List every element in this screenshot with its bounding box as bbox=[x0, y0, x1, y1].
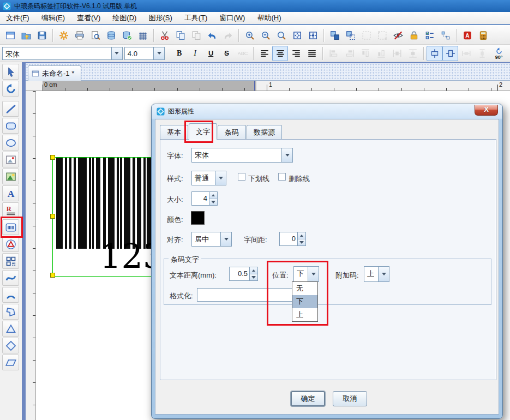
triangle-tool-button[interactable] bbox=[2, 321, 19, 337]
align-right-button[interactable] bbox=[288, 46, 304, 61]
document-tab[interactable]: 未命名-1 * bbox=[28, 65, 81, 81]
text-tool-button[interactable]: A bbox=[2, 185, 19, 201]
print-button[interactable] bbox=[71, 28, 87, 43]
chevron-down-icon[interactable] bbox=[220, 232, 231, 246]
copy-button[interactable] bbox=[172, 28, 188, 43]
picture-tool-button[interactable] bbox=[2, 152, 19, 167]
menu-d[interactable]: 绘图(D) bbox=[106, 11, 142, 25]
dialog-title-bar[interactable]: 图形属性 bbox=[152, 104, 502, 119]
export-pdf-button[interactable]: A bbox=[459, 28, 475, 43]
style-combo[interactable]: 普通 bbox=[191, 171, 226, 185]
print-order-icon bbox=[441, 31, 451, 40]
menu-v[interactable]: 查看(V) bbox=[71, 11, 106, 25]
font-style-i-button[interactable]: I bbox=[187, 46, 203, 61]
curve-tool-button[interactable] bbox=[2, 270, 19, 286]
qrcode-tool-button[interactable] bbox=[2, 253, 19, 269]
selection-handle[interactable] bbox=[50, 214, 55, 219]
database-connect-button[interactable] bbox=[119, 28, 135, 43]
text-distance-spinner[interactable]: 0.5 bbox=[229, 267, 258, 281]
cut-scissors-button[interactable] bbox=[157, 28, 172, 43]
undo-arrow-button[interactable] bbox=[204, 28, 220, 43]
lock-object-button[interactable] bbox=[406, 28, 422, 43]
open-folder-button[interactable] bbox=[18, 28, 34, 43]
dialog-tab-barcode[interactable]: 条码 bbox=[218, 125, 246, 140]
multi-select-list-button[interactable] bbox=[422, 28, 437, 43]
close-button[interactable]: X bbox=[475, 105, 498, 116]
spin-up-icon[interactable] bbox=[250, 267, 257, 274]
chevron-down-icon[interactable] bbox=[378, 267, 389, 281]
settings-gear-button[interactable] bbox=[56, 28, 71, 43]
spacing-spinner[interactable]: 0 bbox=[279, 232, 306, 246]
special-shape-tool-icon bbox=[5, 239, 16, 250]
arc-tool-button[interactable] bbox=[2, 287, 19, 303]
diamond-tool-button[interactable] bbox=[2, 338, 19, 353]
menu-s[interactable]: 图形(S) bbox=[142, 11, 178, 25]
menu-e[interactable]: 编辑(E) bbox=[35, 11, 71, 25]
line-tool-button[interactable] bbox=[2, 101, 19, 117]
spin-down-icon[interactable] bbox=[298, 239, 305, 246]
size-spinner[interactable]: 4 bbox=[191, 191, 218, 206]
font-style-s-button[interactable]: S bbox=[219, 46, 235, 61]
menu-h[interactable]: 帮助(H) bbox=[251, 11, 287, 25]
fit-selection-button[interactable] bbox=[305, 28, 321, 43]
rich-text-tool-button[interactable]: R bbox=[2, 202, 19, 218]
ellipse-tool-button[interactable] bbox=[2, 135, 19, 151]
text-tool-icon: A bbox=[5, 188, 16, 199]
chevron-down-icon[interactable] bbox=[215, 171, 226, 185]
group-objects-button[interactable] bbox=[327, 28, 343, 43]
new-document-button[interactable] bbox=[2, 28, 18, 43]
center-horizontal-button[interactable] bbox=[427, 46, 442, 61]
align-justify-button[interactable] bbox=[304, 46, 320, 61]
print-order-button[interactable] bbox=[437, 28, 453, 43]
menu-t[interactable]: 工具(T) bbox=[178, 11, 214, 25]
hide-object-button[interactable] bbox=[390, 28, 406, 43]
font-style-b-button[interactable]: B bbox=[171, 46, 187, 61]
print-preview-button[interactable] bbox=[87, 28, 103, 43]
polygon-tool-button[interactable] bbox=[2, 304, 19, 320]
selection-handle[interactable] bbox=[50, 273, 55, 278]
dialog-font-combo[interactable]: 宋体 bbox=[191, 148, 293, 163]
cancel-button[interactable]: 取消 bbox=[333, 391, 367, 406]
special-shape-tool-button[interactable] bbox=[2, 236, 19, 252]
font-size-combo[interactable]: 4.0 bbox=[124, 47, 165, 60]
align-left-button[interactable] bbox=[256, 46, 272, 61]
spin-down-icon[interactable] bbox=[209, 199, 217, 206]
grid-button[interactable] bbox=[135, 28, 151, 43]
dialog-tab-datasource[interactable]: 数据源 bbox=[247, 125, 282, 140]
underline-checkbox[interactable] bbox=[238, 173, 245, 181]
chevron-down-icon[interactable] bbox=[153, 47, 164, 59]
menu-f[interactable]: 文件(F) bbox=[0, 11, 35, 25]
align-combo[interactable]: 居中 bbox=[191, 232, 232, 247]
zoom-magnifier-button[interactable] bbox=[273, 28, 289, 43]
spin-up-icon[interactable] bbox=[298, 232, 305, 239]
selection-handle[interactable] bbox=[50, 155, 55, 160]
rotate-90-button[interactable]: 90° bbox=[490, 46, 508, 61]
spin-up-icon[interactable] bbox=[209, 192, 217, 199]
zoom-in-magnifier-button[interactable] bbox=[242, 28, 257, 43]
chevron-down-icon[interactable] bbox=[111, 47, 122, 59]
application-window: 中琅条码标签打印软件-V6.1.0 试用版 单机 文件(F)编辑(E)查看(V)… bbox=[0, 0, 510, 420]
font-family-combo[interactable]: 宋体 bbox=[2, 47, 123, 60]
addon-combo[interactable]: 上 bbox=[364, 266, 389, 282]
strikeout-checkbox[interactable] bbox=[278, 173, 286, 181]
spin-down-icon[interactable] bbox=[250, 274, 257, 281]
select-cursor-button[interactable] bbox=[2, 64, 19, 80]
parallelogram-tool-button[interactable] bbox=[2, 355, 19, 370]
rounded-rect-tool-button[interactable] bbox=[2, 118, 19, 134]
ok-button[interactable]: 确定 bbox=[291, 391, 325, 406]
font-style-u-button[interactable]: U bbox=[203, 46, 219, 61]
save-floppy-button[interactable] bbox=[34, 28, 50, 43]
menu-w[interactable]: 窗口(W) bbox=[213, 11, 251, 25]
fit-page-button[interactable] bbox=[289, 28, 305, 43]
color-swatch[interactable] bbox=[191, 211, 205, 225]
align-center-button[interactable] bbox=[272, 46, 288, 61]
zoom-out-magnifier-button[interactable] bbox=[257, 28, 273, 43]
image-tool-button[interactable] bbox=[2, 169, 19, 184]
chevron-down-icon[interactable] bbox=[281, 148, 292, 162]
rotate-tool-button[interactable] bbox=[2, 81, 19, 97]
ungroup-objects-button[interactable] bbox=[343, 28, 358, 43]
center-vertical-button[interactable] bbox=[442, 46, 458, 61]
calculator-button[interactable] bbox=[475, 28, 491, 43]
barcode-object[interactable]: 123 bbox=[53, 158, 165, 276]
database-button[interactable] bbox=[103, 28, 119, 43]
